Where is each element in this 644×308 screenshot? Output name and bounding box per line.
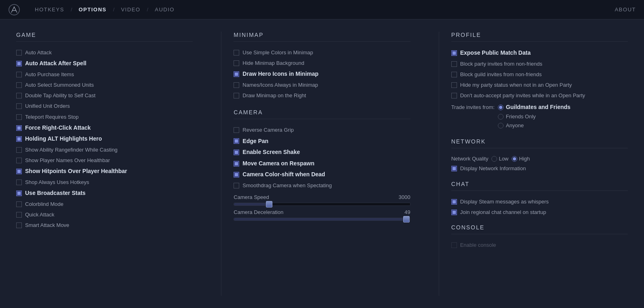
chat-section-line: [451, 190, 628, 191]
option-checkbox-0[interactable]: [16, 50, 22, 56]
option-checkbox-4[interactable]: [234, 172, 239, 178]
network-quality-high-radio[interactable]: [512, 156, 517, 162]
display-network-info-checkbox[interactable]: [451, 166, 457, 171]
option-checkbox-1[interactable]: [451, 61, 457, 67]
option-checkbox-7[interactable]: [16, 125, 22, 131]
trade-radio-2[interactable]: [498, 123, 504, 128]
option-checkbox-0[interactable]: [234, 127, 239, 133]
network-quality-low-radio[interactable]: [491, 156, 497, 162]
option-row-7: Force Right-Click Attack: [16, 122, 193, 134]
nav-sep-3: /: [145, 6, 150, 13]
option-label-5: Unified Unit Orders: [25, 103, 70, 110]
trade-radio-1[interactable]: [498, 114, 504, 120]
option-checkbox-13[interactable]: [16, 190, 22, 196]
option-checkbox-1[interactable]: [234, 138, 239, 144]
option-row-1: Block party invites from non-friends: [451, 59, 628, 69]
option-checkbox-4[interactable]: [16, 93, 22, 98]
option-row-4: Camera Color-shift when Dead: [234, 169, 410, 180]
option-label-6: Teleport Requires Stop: [25, 113, 79, 121]
camera-speed-thumb[interactable]: [266, 201, 272, 207]
enable-console-row: Enable console: [451, 240, 628, 250]
option-checkbox-16[interactable]: [16, 222, 22, 228]
option-checkbox-0[interactable]: [234, 50, 239, 56]
camera-decel-thumb[interactable]: [403, 216, 410, 222]
option-label-13: Use Broadcaster Stats: [25, 189, 85, 197]
camera-decel-value: 49: [404, 209, 410, 215]
option-row-14: Colorblind Mode: [16, 199, 193, 210]
option-label-2: Block guild invites from non-friends: [460, 71, 542, 78]
option-row-13: Use Broadcaster Stats: [16, 188, 193, 199]
option-row-0: Reverse Camera Grip: [234, 125, 410, 135]
option-checkbox-2[interactable]: [234, 71, 239, 77]
nav-hotkeys[interactable]: HOTKEYS: [30, 6, 69, 13]
nav-options[interactable]: OPTIONS: [74, 6, 111, 13]
enable-console-checkbox[interactable]: [451, 242, 457, 248]
profile-section-line: [451, 41, 628, 42]
trade-radio-item-1[interactable]: Friends Only: [498, 113, 570, 120]
option-checkbox-14[interactable]: [16, 201, 22, 207]
network-section: NETWORK Network Quality Low High Display…: [451, 138, 628, 174]
option-row-8: Holding ALT Highlights Hero: [16, 133, 193, 145]
option-row-1: Auto Attack After Spell: [16, 58, 193, 69]
option-checkbox-6[interactable]: [16, 114, 22, 120]
option-checkbox-2[interactable]: [234, 150, 239, 155]
camera-speed-header: Camera Speed 3000: [234, 194, 410, 200]
option-checkbox-4[interactable]: [234, 93, 239, 98]
option-label-7: Force Right-Click Attack: [25, 124, 91, 132]
option-checkbox-8[interactable]: [16, 136, 22, 142]
display-network-info-row: Display Network Information: [451, 163, 628, 174]
option-row-2: Draw Hero Icons in Minimap: [234, 68, 410, 80]
trade-radio-label-1: Friends Only: [506, 113, 536, 120]
option-checkbox-9[interactable]: [16, 147, 22, 153]
option-checkbox-2[interactable]: [16, 72, 22, 77]
option-checkbox-10[interactable]: [16, 158, 22, 163]
option-checkbox-15[interactable]: [16, 212, 22, 218]
trade-radio-item-0[interactable]: Guildmates and Friends: [498, 103, 570, 111]
option-checkbox-12[interactable]: [16, 180, 22, 185]
option-checkbox-3[interactable]: [234, 161, 239, 167]
option-checkbox-4[interactable]: [451, 93, 457, 98]
profile-section-title: PROFILE: [451, 32, 628, 38]
camera-speed-track[interactable]: [234, 203, 410, 206]
right-column: PROFILE Expose Public Match DataBlock pa…: [451, 32, 628, 296]
camera-decel-header: Camera Deceleration 49: [234, 209, 410, 215]
option-row-1: Hide Minimap Background: [234, 58, 410, 68]
network-quality-high-option[interactable]: High: [512, 156, 530, 162]
trade-radio-item-2[interactable]: Anyone: [498, 122, 570, 129]
option-label-0: Use Simple Colors in Minimap: [242, 49, 313, 56]
option-checkbox-5[interactable]: [234, 183, 239, 188]
camera-decel-track[interactable]: [234, 218, 410, 221]
option-checkbox-3[interactable]: [16, 82, 22, 88]
network-section-title: NETWORK: [451, 138, 628, 145]
option-checkbox-1[interactable]: [234, 60, 239, 66]
network-quality-low-option[interactable]: Low: [491, 156, 508, 162]
option-row-9: Show Ability Rangefinder While Casting: [16, 145, 193, 155]
option-row-6: Teleport Requires Stop: [16, 112, 193, 122]
nav-video[interactable]: VIDEO: [116, 6, 145, 13]
option-label-15: Quick Attack: [25, 211, 54, 218]
option-checkbox-0[interactable]: [451, 199, 457, 205]
game-section-title: GAME: [16, 32, 193, 38]
option-label-2: Auto Purchase Items: [25, 71, 74, 78]
option-checkbox-0[interactable]: [451, 50, 457, 56]
trade-radio-group: Guildmates and FriendsFriends OnlyAnyone: [498, 103, 570, 129]
nav-audio[interactable]: AUDIO: [150, 6, 179, 13]
option-row-15: Quick Attack: [16, 210, 193, 220]
option-checkbox-5[interactable]: [16, 103, 22, 109]
game-options-list: Auto AttackAuto Attack After SpellAuto P…: [16, 47, 193, 231]
option-label-16: Smart Attack Move: [25, 222, 69, 229]
option-checkbox-11[interactable]: [16, 169, 22, 174]
option-row-2: Auto Purchase Items: [16, 69, 193, 80]
option-checkbox-3[interactable]: [234, 82, 239, 88]
nav-about[interactable]: ABOUT: [615, 6, 636, 13]
option-row-3: Move Camera on Respawn: [234, 158, 410, 169]
divider-2: [439, 32, 439, 296]
option-checkbox-3[interactable]: [451, 82, 457, 88]
camera-section-line: [234, 119, 410, 119]
camera-speed-fill: [234, 203, 269, 205]
trade-radio-0[interactable]: [498, 105, 504, 110]
option-checkbox-1[interactable]: [451, 210, 457, 215]
option-checkbox-1[interactable]: [16, 61, 22, 66]
option-checkbox-2[interactable]: [451, 72, 457, 77]
camera-speed-label: Camera Speed: [234, 194, 269, 200]
